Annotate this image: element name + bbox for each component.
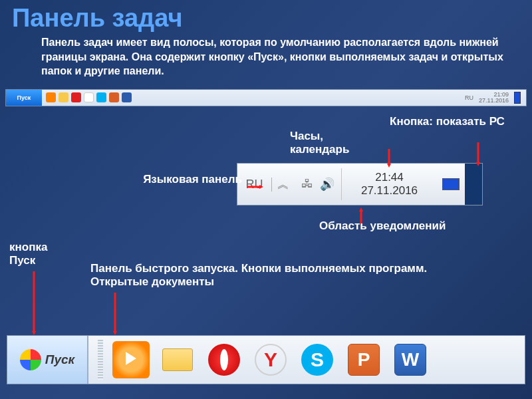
word-icon[interactable]: W [392,341,429,378]
tray-magnified: RU ︽ 🖧 🔊 21:44 27.11.2016 [237,163,483,205]
clock-area[interactable]: 21:44 27.11.2016 [341,168,437,201]
svg-marker-1 [259,185,263,189]
monitor-icon[interactable] [437,178,465,190]
start-button-small[interactable]: Пуск [6,90,42,106]
arrow-icon [113,293,117,335]
svg-marker-11 [113,331,117,335]
taskbar-magnified: Пуск Y S P W [7,335,525,384]
arrow-icon [359,207,363,223]
svg-marker-7 [359,207,363,211]
windows-orb-icon [20,349,41,370]
arrow-icon [32,271,36,335]
arrow-icon [387,149,391,168]
lang-small[interactable]: RU [465,94,473,101]
skype-icon[interactable] [96,92,106,102]
page-title: Панель задач [0,0,532,35]
powerpoint-icon[interactable] [109,92,119,102]
powerpoint-icon[interactable]: P [345,341,382,378]
skype-icon[interactable]: S [299,341,336,378]
language-indicator[interactable]: RU [237,178,272,192]
quicklaunch-small [42,92,136,102]
show-desktop-button[interactable] [465,164,482,205]
tray-date: 27.11.2016 [347,184,432,198]
label-language: Языковая панель [142,173,242,186]
label-start: кнопка Пуск [9,241,63,267]
opera-icon[interactable] [71,92,81,102]
svg-marker-3 [387,164,391,168]
word-icon[interactable] [122,92,132,102]
opera-icon[interactable] [205,341,243,378]
date-small: 27.11.2016 [479,98,509,104]
svg-marker-5 [476,162,480,166]
media-player-icon[interactable] [112,341,150,378]
network-icon[interactable]: 🖧 [301,177,313,192]
tray-expand-icon[interactable]: ︽ [272,176,295,192]
wmp-icon[interactable] [46,92,56,102]
volume-icon[interactable]: 🔊 [320,177,334,192]
folder-icon[interactable] [59,92,68,102]
svg-marker-9 [32,331,36,335]
yandex-icon[interactable] [84,92,94,102]
show-desktop-small[interactable] [514,92,521,104]
arrow-icon [476,142,480,166]
taskbar-full-screenshot: Пуск RU 21:09 27.11.2016 [5,89,527,106]
arrow-icon [247,185,263,189]
yandex-icon[interactable]: Y [252,341,289,378]
tray-small: RU 21:09 27.11.2016 [460,92,526,104]
taskbar-separator [98,340,103,380]
explorer-icon[interactable] [159,341,196,378]
start-button[interactable]: Пуск [7,336,88,384]
start-label: Пуск [45,352,74,367]
label-clock: Часы, календарь [290,130,370,156]
label-show-desktop: Кнопка: показать РС [390,115,509,128]
label-notify: Область уведомлений [319,219,446,233]
intro-text: Панель задач имеет вид полосы, которая п… [0,35,532,85]
tray-time: 21:44 [347,171,432,184]
label-quicklaunch: Панель быстрого запуска. Кнопки выполняе… [90,262,463,289]
